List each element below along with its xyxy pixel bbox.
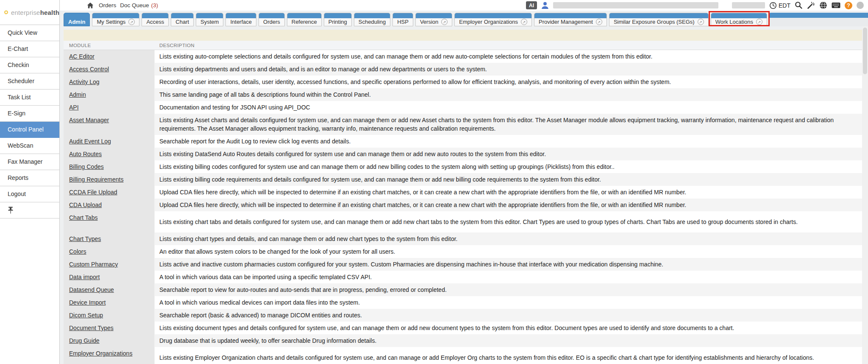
module-link[interactable]: AC Editor — [69, 53, 95, 60]
tab-scheduling[interactable]: Scheduling — [354, 13, 390, 26]
module-description: An editor that allows system colors to b… — [155, 245, 862, 258]
module-cell: API — [64, 101, 155, 114]
enterprise-health-logo-icon — [4, 4, 8, 20]
globe-icon[interactable] — [819, 1, 827, 9]
module-link[interactable]: Datasend Queue — [69, 286, 114, 293]
tab-reference[interactable]: Reference — [287, 13, 322, 26]
sidebar-items: Quick View E-Chart Checkin Scheduler Tas… — [0, 25, 59, 202]
content-header-band — [64, 30, 868, 41]
sidebar-item-e-sign[interactable]: E-Sign — [0, 106, 59, 122]
module-link[interactable]: Data import — [69, 274, 100, 280]
module-link[interactable]: Auto Routes — [69, 151, 102, 157]
module-description: This same landing page of all tabs & des… — [155, 88, 862, 101]
tab-chart[interactable]: Chart — [171, 13, 194, 26]
tab-label: Access — [146, 19, 164, 25]
tab-interface[interactable]: Interface — [225, 13, 256, 26]
module-link[interactable]: Audit Event Log — [69, 138, 111, 145]
home-icon[interactable] — [87, 2, 94, 9]
module-link[interactable]: API — [69, 104, 79, 111]
module-link[interactable]: Admin — [69, 91, 86, 98]
timezone-control[interactable]: EDT — [769, 2, 790, 9]
table-row: Admin This same landing page of all tabs… — [64, 88, 862, 101]
module-link[interactable]: Asset Manager — [69, 117, 109, 123]
module-link[interactable]: Billing Codes — [69, 163, 104, 170]
module-cell: Device Import — [64, 296, 155, 309]
sidebar-item-quick-view[interactable]: Quick View — [0, 25, 59, 41]
module-link[interactable]: Activity Log — [69, 78, 100, 85]
module-description: Lists existing chart tabs and details co… — [155, 211, 862, 232]
tab-label: Chart — [175, 19, 189, 25]
sidebar-item-scheduler[interactable]: Scheduler — [0, 73, 59, 90]
vertical-scrollbar[interactable] — [862, 26, 868, 364]
sidebar-item-control-panel[interactable]: Control Panel — [0, 122, 59, 138]
tab-employer-organizations[interactable]: Employer Organizations ↗ — [454, 13, 532, 26]
tab-hsp[interactable]: HSP — [392, 13, 413, 26]
module-link[interactable]: Dicom Setup — [69, 312, 103, 319]
module-link[interactable]: Drug Guide — [69, 337, 100, 344]
module-description: Searchable report (basic & advanced) to … — [155, 309, 862, 322]
module-cell: Custom Pharmacy — [64, 258, 155, 271]
scrollbar-thumb[interactable] — [863, 28, 867, 74]
external-link-icon: ↗ — [756, 19, 762, 25]
search-icon[interactable] — [795, 1, 803, 9]
tab-printing[interactable]: Printing — [324, 13, 352, 26]
sidebar-item-fax-manager[interactable]: Fax Manager — [0, 154, 59, 170]
breadcrumb-orders[interactable]: Orders — [99, 2, 116, 8]
user-icon[interactable] — [541, 2, 549, 9]
module-link[interactable]: Custom Pharmacy — [69, 261, 118, 268]
external-link-icon: ↗ — [441, 19, 448, 25]
sidebar-item-task-list[interactable]: Task List — [0, 90, 59, 106]
module-description: Lists existing departments and users and… — [155, 63, 862, 76]
wand-icon[interactable] — [807, 1, 815, 9]
help-icon[interactable]: ? — [845, 2, 852, 9]
ai-badge[interactable]: AI — [526, 1, 537, 9]
tab-system[interactable]: System — [196, 13, 223, 26]
module-cell: Audit Event Log — [64, 135, 155, 148]
avatar[interactable] — [857, 2, 864, 9]
pin-sidebar-button[interactable] — [0, 202, 59, 218]
tab-admin[interactable]: Admin — [64, 13, 90, 26]
module-link[interactable]: Employer Organizations — [69, 350, 132, 357]
module-cell: Billing Requirements — [64, 173, 155, 186]
module-description: Lists existing Employer Organization cha… — [155, 347, 862, 364]
module-link[interactable]: CDA Upload — [69, 202, 102, 208]
sidebar-item-e-chart[interactable]: E-Chart — [0, 41, 59, 57]
table-row: Document Types Lists existing document t… — [64, 322, 862, 334]
tab-work-locations[interactable]: Work Locations ↗ — [711, 13, 767, 26]
module-cell: CCDA File Upload — [64, 186, 155, 199]
table-row: Drug Guide Drug database that is updated… — [64, 334, 862, 347]
module-cell: AC Editor — [64, 50, 155, 63]
module-link[interactable]: Device Import — [69, 299, 106, 306]
breadcrumb-doc-queue[interactable]: Doc Queue — [120, 2, 149, 8]
sidebar-item-reports[interactable]: Reports — [0, 170, 59, 186]
tab-similar-exposure-groups-segs[interactable]: Similar Exposure Groups (SEGs) ↗ — [609, 13, 709, 26]
module-link[interactable]: Chart Tabs — [69, 214, 97, 221]
module-description: Documentation and testing for JSON API u… — [155, 101, 862, 114]
module-cell: Employer Organizations — [64, 347, 155, 364]
tab-version[interactable]: Version ↗ — [415, 13, 452, 26]
module-cell: CDA Upload — [64, 199, 155, 211]
module-link[interactable]: Access Control — [69, 66, 109, 73]
module-description: Lists existing auto-complete selections … — [155, 50, 862, 63]
tab-my-settings[interactable]: My Settings ↗ — [92, 13, 139, 26]
tab-orders[interactable]: Orders — [259, 13, 285, 26]
tab-label: HSP — [397, 19, 409, 25]
keyboard-icon[interactable] — [832, 2, 840, 8]
module-link[interactable]: CCDA File Upload — [69, 189, 117, 196]
table-row: Custom Pharmacy Lists active and inactiv… — [64, 258, 862, 271]
module-link[interactable]: Colors — [69, 248, 86, 255]
module-link[interactable]: Document Types — [69, 325, 114, 331]
module-cell: Admin — [64, 88, 155, 101]
module-description: Lists existing DataSend Auto Routes deta… — [155, 148, 862, 160]
table-row: Datasend Queue Searchable report to view… — [64, 283, 862, 296]
sidebar-item-checkin[interactable]: Checkin — [0, 57, 59, 73]
tab-label: Work Locations — [715, 19, 753, 25]
module-description: Searchable report for the Audit Log to r… — [155, 135, 862, 148]
tab-access[interactable]: Access — [142, 13, 169, 26]
sidebar-item-webscan[interactable]: WebScan — [0, 138, 59, 154]
table-row: Auto Routes Lists existing DataSend Auto… — [64, 148, 862, 160]
module-link[interactable]: Chart Types — [69, 235, 101, 242]
tab-provider-management[interactable]: Provider Management ↗ — [534, 13, 607, 26]
module-link[interactable]: Billing Requirements — [69, 176, 123, 183]
sidebar-item-logout[interactable]: Logout — [0, 186, 59, 202]
